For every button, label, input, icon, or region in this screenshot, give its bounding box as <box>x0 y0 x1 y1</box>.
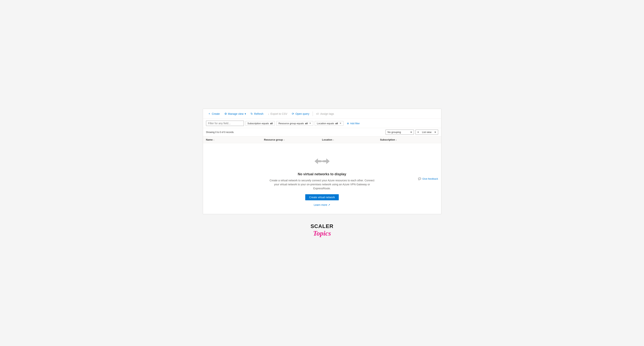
sort-icon-name: ↕ <box>214 139 214 141</box>
empty-description: Create a virtual network to securely con… <box>267 179 377 191</box>
create-virtual-network-button[interactable]: Create virtual network <box>305 194 338 200</box>
sort-icon-location: ↕ <box>333 139 334 141</box>
learn-more-link[interactable]: Learn more ↗ <box>314 203 330 206</box>
refresh-icon: ↻ <box>250 112 253 115</box>
external-link-icon: ↗ <box>328 203 330 206</box>
location-filter-close[interactable]: ✕ <box>340 122 342 125</box>
sort-icon-rg: ↕ <box>284 139 285 141</box>
filter-bar: Subscription equals all Resource group e… <box>203 119 441 128</box>
svg-point-4 <box>323 160 324 162</box>
col-header-subscription[interactable]: Subscription ↕ <box>380 138 438 141</box>
table-header: Name ↕ Resource group ↕ Location ↕ Subsc… <box>203 136 441 143</box>
svg-point-2 <box>320 160 321 162</box>
location-filter-tag: Location equals all ✕ <box>315 121 344 126</box>
results-count: Showing 0 to 0 of 0 records. <box>206 131 234 133</box>
svg-point-3 <box>321 160 323 162</box>
branding-scaler: SCALER <box>310 223 334 229</box>
give-feedback-button[interactable]: 💬 Give feedback <box>418 177 438 180</box>
resource-group-filter-tag: Resource group equals all ✕ <box>276 121 313 126</box>
manage-view-button[interactable]: ⚙ Manage view ▾ <box>222 111 248 117</box>
assign-tags-button[interactable]: 🏷 Assign tags <box>314 111 336 116</box>
toolbar: ＋ Create ⚙ Manage view ▾ ↻ Refresh ↓ Exp… <box>203 109 441 119</box>
feedback-icon: 💬 <box>418 177 421 180</box>
branding: SCALER Topics <box>310 223 334 237</box>
list-view-dropdown[interactable]: ≡ List view ▾ <box>416 129 438 135</box>
sort-icon-subscription: ↕ <box>396 139 397 141</box>
empty-title: No virtual networks to display <box>298 172 346 176</box>
open-query-button[interactable]: ⟳ Open query <box>290 111 311 117</box>
export-icon: ↓ <box>268 112 270 115</box>
tag-icon: 🏷 <box>316 112 319 115</box>
refresh-button[interactable]: ↻ Refresh <box>248 111 265 117</box>
add-filter-button[interactable]: ⊕ Add filter <box>345 121 362 126</box>
col-header-resource-group[interactable]: Resource group ↕ <box>264 138 322 141</box>
chevron-down-icon: ▾ <box>434 131 436 133</box>
create-button[interactable]: ＋ Create <box>206 111 222 117</box>
results-controls: No grouping ▾ ≡ List view ▾ <box>386 129 438 135</box>
network-icon <box>314 155 330 168</box>
no-grouping-dropdown[interactable]: No grouping ▾ <box>386 129 414 135</box>
empty-state: No virtual networks to display Create a … <box>203 143 441 214</box>
list-view-icon: ≡ <box>418 131 419 133</box>
search-input[interactable] <box>206 121 244 126</box>
col-header-name[interactable]: Name ↕ <box>206 138 264 141</box>
plus-icon: ＋ <box>208 112 211 115</box>
main-panel: ＋ Create ⚙ Manage view ▾ ↻ Refresh ↓ Exp… <box>203 109 442 214</box>
col-header-location[interactable]: Location ↕ <box>322 138 380 141</box>
branding-topics: Topics <box>310 229 334 237</box>
resource-group-filter-close[interactable]: ✕ <box>309 122 311 125</box>
chevron-down-icon: ▾ <box>410 131 412 133</box>
results-bar: Showing 0 to 0 of 0 records. No grouping… <box>203 128 441 136</box>
add-filter-icon: ⊕ <box>347 122 349 125</box>
subscription-filter-tag: Subscription equals all <box>246 121 275 126</box>
export-csv-button[interactable]: ↓ Export to CSV <box>266 111 289 116</box>
query-icon: ⟳ <box>292 112 294 115</box>
gear-icon: ⚙ <box>224 112 227 115</box>
chevron-down-icon: ▾ <box>245 112 246 115</box>
